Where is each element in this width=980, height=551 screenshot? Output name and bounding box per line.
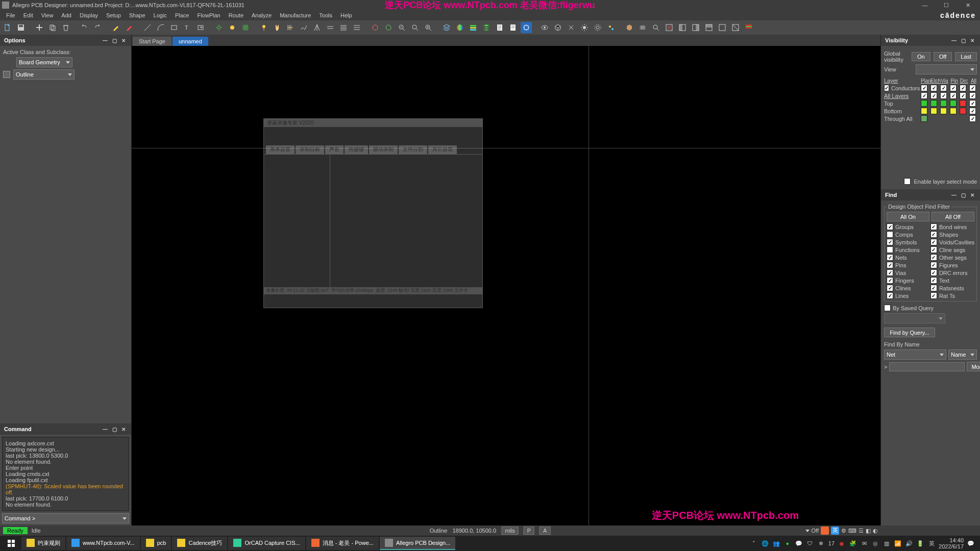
rec-tab[interactable]: 声音 bbox=[325, 145, 344, 154]
slide-icon[interactable] bbox=[285, 22, 296, 33]
saved-query-combo[interactable] bbox=[884, 313, 945, 323]
tray-chat-icon[interactable]: 💬 bbox=[795, 539, 803, 547]
menu-icon[interactable] bbox=[351, 22, 362, 33]
zoomout-icon[interactable] bbox=[396, 22, 407, 33]
grid-icon[interactable] bbox=[240, 22, 251, 33]
search-icon[interactable] bbox=[650, 22, 662, 33]
ck[interactable] bbox=[950, 92, 957, 99]
menu-help[interactable]: Help bbox=[336, 12, 356, 18]
find-min-icon[interactable]: — bbox=[950, 191, 958, 198]
find-close-icon[interactable]: ✕ bbox=[969, 191, 976, 198]
cs[interactable] bbox=[950, 108, 957, 114]
cs[interactable] bbox=[950, 100, 957, 107]
flag-icon[interactable] bbox=[743, 22, 754, 33]
ic-icon[interactable] bbox=[637, 22, 648, 33]
ck-rat-ts[interactable] bbox=[930, 292, 937, 299]
ck-text[interactable] bbox=[930, 277, 937, 284]
status-tray4-icon[interactable]: ◧ bbox=[866, 528, 871, 534]
status-tray2-icon[interactable]: ⌨ bbox=[848, 528, 856, 534]
snap-icon[interactable] bbox=[521, 22, 532, 33]
rec-tab[interactable]: 快捷键 bbox=[345, 145, 368, 154]
ck-other-segs[interactable] bbox=[930, 254, 937, 261]
col-drc[interactable]: Drc bbox=[960, 78, 968, 84]
ck-cline-segs[interactable] bbox=[930, 246, 937, 253]
undo-icon[interactable] bbox=[79, 22, 90, 33]
subclass-combo[interactable]: Outline bbox=[13, 69, 75, 80]
task-item[interactable]: Cadence技巧 bbox=[172, 537, 227, 550]
ck-groups[interactable] bbox=[887, 223, 893, 230]
menu-route[interactable]: Route bbox=[225, 12, 248, 18]
view-combo[interactable] bbox=[916, 64, 977, 74]
win5-icon[interactable] bbox=[730, 22, 741, 33]
col-plan[interactable]: Plan bbox=[921, 78, 929, 84]
ck[interactable] bbox=[969, 108, 976, 114]
ck-ratsnests[interactable] bbox=[930, 285, 937, 291]
cs[interactable] bbox=[940, 100, 947, 107]
menu-file[interactable]: File bbox=[2, 12, 19, 18]
circle1-icon[interactable] bbox=[370, 22, 381, 33]
menu-edit[interactable]: Edit bbox=[19, 12, 37, 18]
menu-logic[interactable]: Logic bbox=[150, 12, 171, 18]
tray-net-icon[interactable]: 📶 bbox=[894, 539, 902, 547]
ck[interactable] bbox=[930, 85, 937, 91]
chevron-down-icon[interactable] bbox=[805, 530, 810, 532]
options-max-icon[interactable]: ▢ bbox=[111, 37, 118, 44]
rec-tab[interactable]: 基本设置 bbox=[266, 145, 295, 154]
rec-tab[interactable]: 驱动录制 bbox=[369, 145, 398, 154]
name-combo[interactable]: Name bbox=[948, 349, 977, 360]
rec-tab[interactable]: 文件分割 bbox=[399, 145, 427, 154]
tray-chevron-icon[interactable]: ˄ bbox=[750, 539, 758, 547]
tray-ime-icon[interactable]: 英 bbox=[927, 539, 936, 547]
line-icon[interactable] bbox=[142, 22, 153, 33]
find-by-query-button[interactable]: Find by Query... bbox=[884, 328, 935, 337]
col-via[interactable]: Via bbox=[940, 78, 949, 84]
menu-setup[interactable]: Setup bbox=[102, 12, 125, 18]
cs[interactable] bbox=[930, 108, 937, 114]
tab-unnamed[interactable]: unnamed bbox=[173, 37, 208, 46]
pin-icon[interactable] bbox=[258, 22, 270, 33]
ck-drc-errors[interactable] bbox=[930, 269, 937, 276]
cs[interactable] bbox=[921, 100, 927, 107]
ck[interactable] bbox=[950, 85, 957, 91]
tray-clock[interactable]: 14:40 2022/6/17 bbox=[939, 537, 964, 549]
design-canvas[interactable]: 屏幕录像专家 V2020 文件(F) 编辑(E) 设置帮助(S) 转换工具(T)… bbox=[132, 46, 880, 525]
ck-shapes[interactable] bbox=[930, 231, 937, 238]
route-icon[interactable] bbox=[298, 22, 309, 33]
rec-tab[interactable]: 录制目标 bbox=[296, 145, 324, 154]
find-name-input[interactable] bbox=[889, 362, 965, 371]
zoomin-icon[interactable] bbox=[423, 22, 434, 33]
status-sogou-icon[interactable] bbox=[821, 527, 829, 535]
maximize-button[interactable]: ☐ bbox=[936, 1, 957, 10]
hand-icon[interactable] bbox=[272, 22, 283, 33]
command-max-icon[interactable]: ▢ bbox=[111, 425, 118, 433]
vis-off-button[interactable]: Off bbox=[934, 52, 952, 61]
text-icon[interactable]: T bbox=[182, 22, 193, 33]
ck-pins[interactable] bbox=[887, 262, 893, 268]
rec-menu[interactable]: 设置帮助(S) bbox=[314, 128, 345, 135]
all-on-button[interactable]: All On bbox=[887, 212, 929, 221]
zoomfit-icon[interactable] bbox=[409, 22, 421, 33]
light-icon[interactable] bbox=[579, 22, 590, 33]
ck-comps[interactable] bbox=[887, 231, 893, 238]
ck[interactable] bbox=[930, 92, 937, 99]
ck-clines[interactable] bbox=[887, 285, 893, 291]
rec-list-item[interactable]: 19 Cadence Allegr-17.4 案录 bbox=[265, 156, 329, 170]
ck-enable-layer-select[interactable] bbox=[904, 178, 911, 185]
ck-conductors[interactable] bbox=[884, 85, 889, 91]
ck-symbols[interactable] bbox=[887, 239, 893, 245]
ck-fingers[interactable] bbox=[887, 277, 893, 284]
vis-min-icon[interactable]: — bbox=[950, 37, 958, 44]
win3-icon[interactable] bbox=[703, 22, 715, 33]
cs[interactable] bbox=[960, 108, 966, 114]
tray-vol-icon[interactable]: 🔊 bbox=[905, 539, 913, 547]
win4-icon[interactable] bbox=[717, 22, 728, 33]
cs[interactable] bbox=[921, 115, 927, 122]
diff-icon[interactable] bbox=[325, 22, 336, 33]
sun-icon[interactable] bbox=[227, 22, 238, 33]
status-p[interactable]: P bbox=[524, 527, 534, 535]
save-icon[interactable] bbox=[15, 22, 27, 33]
vis-max-icon[interactable]: ▢ bbox=[960, 37, 967, 44]
task-item[interactable]: pcb bbox=[141, 537, 172, 550]
rec-list-item[interactable]: 03-1_2.mp4 bbox=[265, 194, 329, 201]
tab-start[interactable]: Start Page bbox=[133, 37, 172, 46]
